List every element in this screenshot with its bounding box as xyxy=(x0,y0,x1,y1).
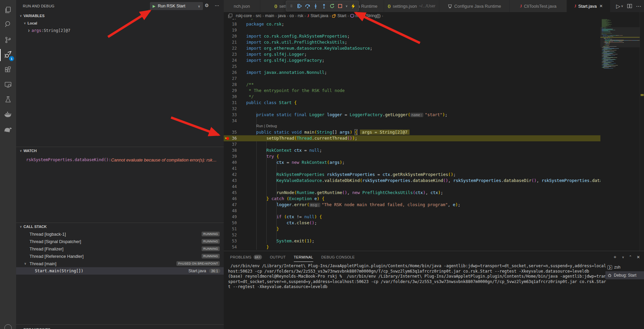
line-number[interactable]: 20 xyxy=(224,33,237,39)
account-icon[interactable] xyxy=(4,324,12,329)
tab-settings-json[interactable]: {}settings.json~/.../User xyxy=(384,0,439,12)
activity-bar-item-run-and-debug[interactable]: 1 xyxy=(0,48,16,62)
more-actions-icon[interactable]: ⋯ xyxy=(215,3,219,8)
line-number[interactable]: 32 xyxy=(224,106,237,112)
line-number[interactable]: 54 xyxy=(224,244,237,250)
line-number[interactable]: 47 xyxy=(224,202,237,208)
line-number[interactable]: 37 xyxy=(224,141,237,147)
gear-icon[interactable]: ⚙ xyxy=(205,3,209,8)
line-number[interactable]: 51 xyxy=(224,226,237,232)
line-number[interactable]: 52 xyxy=(224,232,237,238)
line-number[interactable]: 26 xyxy=(224,69,237,76)
more-actions-icon[interactable]: ⋯ xyxy=(636,3,641,9)
activity-bar-item-gradle[interactable] xyxy=(0,122,16,136)
overview-ruler[interactable] xyxy=(640,12,644,251)
call-stack-thread[interactable]: Thread [logback-1]RUNNING xyxy=(16,230,224,238)
line-number[interactable]: 23 xyxy=(224,51,237,57)
breadcrumb-item[interactable]: src xyxy=(256,13,261,18)
line-number[interactable]: 24 xyxy=(224,57,237,63)
activity-bar-item-explorer[interactable] xyxy=(0,3,16,17)
breadcrumb-item[interactable]: Start.java xyxy=(311,13,328,18)
step-out-button[interactable] xyxy=(321,2,327,10)
drag-handle-icon[interactable]: ⠿ xyxy=(288,2,295,10)
call-stack-thread[interactable]: Thread [Signal Dispatcher]RUNNING xyxy=(16,238,224,245)
breakpoint-current-frame-icon[interactable]: ➤ xyxy=(225,135,230,141)
variables-scope-local[interactable]: ∨ Local xyxy=(22,19,37,27)
code-editor[interactable]: Run | Debug17 */18package co.rsk;1920imp… xyxy=(224,19,600,251)
line-number[interactable]: 33 xyxy=(224,112,237,118)
panel-tab-problems[interactable]: PROBLEMS1K+ xyxy=(230,251,262,263)
continue-button[interactable] xyxy=(296,2,303,10)
minimap[interactable] xyxy=(600,12,640,251)
line-number[interactable]: 44 xyxy=(224,184,237,190)
line-number[interactable]: 45 xyxy=(224,190,237,196)
line-number[interactable]: 27 xyxy=(224,76,237,82)
close-panel-icon[interactable]: ✕ xyxy=(637,255,640,260)
line-number[interactable]: 17 xyxy=(224,19,237,21)
line-number[interactable]: 53 xyxy=(224,238,237,244)
line-number[interactable]: 29 xyxy=(224,88,237,94)
line-number[interactable]: 34 xyxy=(224,118,237,124)
line-number[interactable]: 39 xyxy=(224,153,237,159)
launch-config-dropdown[interactable]: ▶ Run RSK Start ∨ xyxy=(150,2,203,10)
close-icon[interactable]: ✕ xyxy=(599,4,603,8)
line-number[interactable]: 18 xyxy=(224,21,237,27)
maximize-panel-icon[interactable]: ⌃ xyxy=(629,255,632,259)
codelens-run-debug[interactable]: Run | Debug xyxy=(256,124,277,128)
hot-code-replace-button[interactable] xyxy=(350,2,357,10)
call-stack-thread[interactable]: ∨Thread [main]PAUSED ON BREAKPOINT xyxy=(16,260,224,267)
terminal-output[interactable]: /usr/bin/env /Library/Internet\ Plug-Ins… xyxy=(228,264,602,290)
activity-bar-item-remote-explorer[interactable] xyxy=(0,77,16,92)
tab-configure-java-runtime[interactable]: Configure Java Runtime xyxy=(439,0,510,12)
line-number[interactable]: 35 xyxy=(224,129,237,135)
line-number[interactable]: 25 xyxy=(224,63,237,69)
breadcrumb-item[interactable]: rskj-core xyxy=(236,13,252,18)
breakpoints-section-header[interactable]: ∨ BREAKPOINTS xyxy=(18,326,50,329)
line-number[interactable]: 19 xyxy=(224,27,237,33)
activity-bar-item-source-control[interactable] xyxy=(0,33,16,47)
variables-section-header[interactable]: ∨ VARIABLES xyxy=(18,12,45,19)
watch-section-header[interactable]: ∨ WATCH xyxy=(18,147,37,154)
line-number[interactable]: 38 xyxy=(224,147,237,153)
line-number[interactable]: 49 xyxy=(224,214,237,220)
call-stack-thread[interactable]: Thread [Finalizer]RUNNING xyxy=(16,245,224,252)
step-into-button[interactable] xyxy=(312,2,319,10)
line-number[interactable]: 50 xyxy=(224,220,237,226)
call-stack-thread[interactable]: Thread [Reference Handler]RUNNING xyxy=(16,252,224,260)
activity-bar-item-testing[interactable] xyxy=(0,92,16,107)
call-stack-section-header[interactable]: ∨ CALL STACK xyxy=(18,223,47,230)
stop-dropdown-chevron-icon[interactable]: ∨ xyxy=(345,2,348,10)
activity-bar-item-docker[interactable] xyxy=(0,107,16,122)
line-number[interactable]: 46 xyxy=(224,196,237,202)
breadcrumb-item[interactable]: rsk xyxy=(298,13,304,18)
chevron-down-icon[interactable]: ∨ xyxy=(622,255,624,259)
breadcrumb-item[interactable]: co xyxy=(289,13,294,18)
line-number[interactable]: 21 xyxy=(224,39,237,45)
line-number[interactable]: 30 xyxy=(224,94,237,100)
breadcrumb-item[interactable]: main(String[]) xyxy=(356,13,381,18)
activity-bar-item-search[interactable] xyxy=(0,17,16,32)
tab-nch-json[interactable]: nch.json xyxy=(224,0,260,12)
line-number[interactable]: 43 xyxy=(224,178,237,184)
new-terminal-icon[interactable]: ＋ xyxy=(612,254,617,260)
line-number[interactable]: 48 xyxy=(224,208,237,214)
watch-expression[interactable]: rskSystemProperties.databaseKind(): Cann… xyxy=(26,156,221,163)
activity-bar-item-extensions[interactable] xyxy=(0,63,16,78)
breadcrumb-item[interactable]: java xyxy=(278,13,286,18)
tab-start-java[interactable]: JStart.java✕ xyxy=(567,0,610,12)
breadcrumb-item[interactable]: Start xyxy=(337,13,346,18)
line-number[interactable]: 22 xyxy=(224,45,237,51)
line-number[interactable]: 41 xyxy=(224,166,237,172)
stack-frame-start-main[interactable]: Start.main(String[]) Start.java 36:1 xyxy=(16,267,224,275)
line-number[interactable]: 31 xyxy=(224,100,237,106)
variable-args[interactable]: ❯ args: String[2]@7 xyxy=(26,27,70,34)
line-number[interactable]: 40 xyxy=(224,159,237,166)
line-number[interactable]: 28 xyxy=(224,82,237,88)
split-editor-icon[interactable] xyxy=(627,4,632,8)
line-number[interactable]: 42 xyxy=(224,172,237,178)
terminal-session-zsh[interactable]: ❯ zsh xyxy=(605,263,644,271)
panel-tab-debug-console[interactable]: DEBUG CONSOLE xyxy=(321,251,355,263)
stop-button[interactable] xyxy=(337,2,343,10)
panel-tab-output[interactable]: OUTPUT xyxy=(270,251,286,263)
step-over-button[interactable] xyxy=(304,2,311,10)
